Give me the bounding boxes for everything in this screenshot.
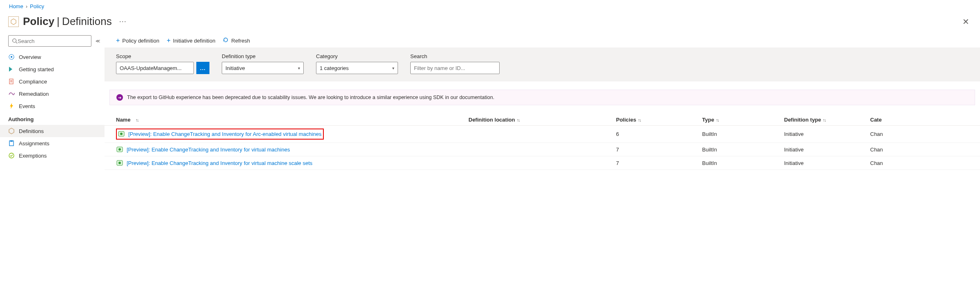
table-row[interactable]: [Preview]: Enable ChangeTracking and Inv… — [105, 156, 980, 170]
sidebar-item-events[interactable]: Events — [0, 100, 105, 112]
row-type: BuiltIn — [702, 131, 784, 137]
definitions-table: Name↑↓ Definition location↑↓ Policies↑↓ … — [105, 114, 980, 170]
row-policies: 7 — [616, 147, 702, 153]
events-icon — [8, 103, 15, 109]
sidebar-search[interactable] — [8, 35, 91, 47]
svg-rect-8 — [10, 140, 13, 142]
row-policies: 6 — [616, 131, 702, 137]
sidebar-item-compliance[interactable]: Compliance — [0, 75, 105, 88]
sidebar-item-label: Events — [19, 103, 96, 109]
sidebar-item-label: Definitions — [19, 128, 96, 134]
toolbar-label: Initiative definition — [173, 38, 215, 44]
select-value: Initiative — [225, 65, 245, 71]
sidebar-item-definitions[interactable]: Definitions — [0, 125, 105, 137]
scope-input[interactable]: OAAS-UpdateManagem... — [116, 62, 194, 74]
toolbar-label: Refresh — [231, 38, 250, 44]
svg-point-15 — [118, 162, 121, 164]
category-select[interactable]: 1 categories ▾ — [316, 62, 398, 74]
table-row[interactable]: [Preview]: Enable ChangeTracking and Inv… — [105, 126, 980, 143]
filter-scope: Scope OAAS-UpdateManagem... ... — [116, 53, 209, 74]
svg-point-11 — [120, 133, 123, 135]
svg-point-13 — [118, 148, 121, 151]
assignments-icon — [8, 140, 15, 147]
col-header-deftype[interactable]: Definition type↑↓ — [784, 117, 870, 123]
toolbar: + Policy definition + Initiative definit… — [105, 34, 980, 47]
svg-marker-6 — [9, 128, 14, 134]
search-icon — [12, 38, 18, 44]
initiative-icon — [116, 146, 123, 153]
sidebar-item-getting-started[interactable]: Getting started — [0, 63, 105, 75]
compliance-icon — [8, 78, 15, 85]
sort-icon: ↑↓ — [638, 117, 641, 122]
sort-icon: ↑↓ — [135, 117, 138, 122]
definition-type-select[interactable]: Initiative ▾ — [222, 62, 304, 74]
sidebar-item-label: Getting started — [19, 66, 96, 72]
table-header-row: Name↑↓ Definition location↑↓ Policies↑↓ … — [105, 114, 980, 126]
svg-line-2 — [16, 42, 18, 44]
sidebar-item-label: Assignments — [19, 140, 96, 147]
sidebar-section-authoring: Authoring — [0, 112, 105, 125]
sort-icon: ↑↓ — [716, 117, 719, 122]
sidebar-item-label: Exemptions — [19, 153, 96, 159]
more-button[interactable]: ··· — [119, 17, 127, 26]
row-name-link[interactable]: [Preview]: Enable ChangeTracking and Inv… — [127, 160, 312, 166]
banner-text: The export to GitHub experience has been… — [127, 95, 494, 100]
scope-picker-button[interactable]: ... — [196, 62, 209, 74]
sidebar-item-remediation[interactable]: Remediation — [0, 88, 105, 100]
col-header-policies[interactable]: Policies↑↓ — [616, 117, 702, 123]
breadcrumb: Home › Policy — [0, 0, 980, 13]
row-deftype: Initiative — [784, 160, 870, 166]
row-name-link[interactable]: [Preview]: Enable ChangeTracking and Inv… — [128, 131, 321, 137]
row-type: BuiltIn — [702, 147, 784, 153]
page-title-sep: | — [57, 15, 60, 28]
plus-icon: + — [116, 37, 120, 44]
col-header-type[interactable]: Type↑↓ — [702, 117, 784, 123]
row-deftype: Initiative — [784, 131, 870, 137]
col-header-category[interactable]: Cate — [870, 117, 969, 123]
row-category: Chan — [870, 160, 969, 166]
sidebar-search-input[interactable] — [18, 38, 88, 44]
add-policy-definition-button[interactable]: + Policy definition — [116, 37, 159, 44]
svg-rect-5 — [9, 79, 13, 84]
table-row[interactable]: [Preview]: Enable ChangeTracking and Inv… — [105, 143, 980, 156]
breadcrumb-home[interactable]: Home — [9, 3, 23, 9]
policy-page-icon — [8, 16, 19, 27]
col-header-location[interactable]: Definition location↑↓ — [468, 117, 616, 123]
sort-icon: ↑↓ — [516, 117, 519, 122]
row-name-link[interactable]: [Preview]: Enable ChangeTracking and Inv… — [127, 147, 290, 153]
row-category: Chan — [870, 147, 969, 153]
toolbar-label: Policy definition — [122, 38, 159, 44]
sidebar-item-exemptions[interactable]: Exemptions — [0, 149, 105, 162]
sidebar-item-label: Remediation — [19, 91, 96, 97]
page-title-light: Definitions — [62, 15, 111, 28]
page-title: Policy | Definitions — [23, 15, 112, 28]
filter-label: Search — [410, 53, 500, 59]
deprecation-banner: ➔ The export to GitHub experience has be… — [109, 90, 975, 105]
filter-label: Scope — [116, 53, 209, 59]
refresh-button[interactable]: Refresh — [223, 37, 250, 44]
definitions-icon — [8, 128, 15, 134]
sidebar-item-assignments[interactable]: Assignments — [0, 137, 105, 149]
filter-search: Search — [410, 53, 500, 74]
collapse-sidebar-icon[interactable]: ≪ — [95, 38, 100, 44]
row-policies: 7 — [616, 160, 702, 166]
getting-started-icon — [8, 66, 15, 72]
sort-icon: ↑↓ — [823, 117, 825, 122]
overview-icon — [8, 54, 15, 60]
filter-label: Definition type — [222, 53, 304, 59]
search-filter-input[interactable] — [414, 65, 496, 71]
sidebar: ≪ Overview Getting started Compliance Re… — [0, 34, 105, 170]
svg-point-1 — [13, 39, 16, 43]
plus-icon: + — [167, 37, 171, 44]
add-initiative-definition-button[interactable]: + Initiative definition — [167, 37, 216, 44]
row-deftype: Initiative — [784, 147, 870, 153]
breadcrumb-sep-icon: › — [26, 3, 27, 9]
col-header-name[interactable]: Name↑↓ — [116, 117, 468, 123]
row-category: Chan — [870, 131, 969, 137]
breadcrumb-policy[interactable]: Policy — [30, 3, 44, 9]
svg-marker-0 — [11, 19, 16, 25]
close-button[interactable]: ✕ — [960, 17, 972, 27]
svg-point-9 — [9, 153, 14, 158]
search-filter[interactable] — [410, 62, 500, 74]
sidebar-item-overview[interactable]: Overview — [0, 51, 105, 63]
